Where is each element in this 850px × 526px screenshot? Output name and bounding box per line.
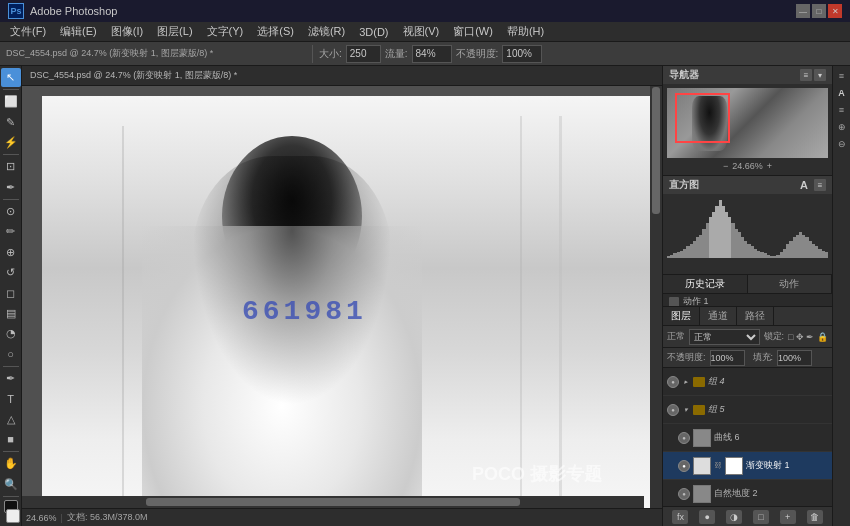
menu-text[interactable]: 文字(Y) [201, 22, 250, 41]
tool-eraser[interactable]: ◻ [1, 283, 21, 302]
navigator-header[interactable]: 导航器 ≡ ▾ [663, 66, 832, 84]
tool-hand[interactable]: ✋ [1, 454, 21, 473]
layer-fx-btn[interactable]: fx [672, 510, 688, 524]
layers-controls: 正常 正常 锁定: □ ✥ ✒ 🔒 [663, 326, 832, 348]
panel-toggle-3[interactable]: ≡ [834, 102, 850, 118]
tab-layers[interactable]: 图层 [663, 307, 700, 325]
fill-value-input[interactable] [777, 350, 812, 366]
navigator-menu-btn[interactable]: ≡ [800, 69, 812, 81]
brush-size-input[interactable] [346, 45, 381, 63]
horizontal-scrollbar[interactable] [22, 496, 644, 508]
tool-sep-6 [3, 496, 19, 497]
tool-blur[interactable]: ◔ [1, 324, 21, 343]
v-scroll-thumb[interactable] [652, 87, 660, 214]
layer-item[interactable]: ●▸组 4 [663, 368, 832, 396]
tool-brush[interactable]: ✏ [1, 222, 21, 241]
menu-image[interactable]: 图像(I) [105, 22, 149, 41]
tab-channels[interactable]: 通道 [700, 307, 737, 325]
navigator-thumbnail[interactable] [667, 88, 828, 158]
menu-select[interactable]: 选择(S) [251, 22, 300, 41]
tab-actions[interactable]: 动作 [748, 275, 833, 293]
tool-shape[interactable]: ■ [1, 430, 21, 449]
layer-group-btn[interactable]: □ [753, 510, 769, 524]
tool-gradient[interactable]: ▤ [1, 304, 21, 323]
title-text: Adobe Photoshop [30, 5, 117, 17]
panel-zoom-out[interactable]: ⊖ [834, 136, 850, 152]
layer-thumbnail [693, 485, 711, 503]
tool-lasso[interactable]: ✎ [1, 113, 21, 132]
menu-window[interactable]: 窗口(W) [447, 22, 499, 41]
layer-adjustment-btn[interactable]: ◑ [726, 510, 742, 524]
menu-file[interactable]: 文件(F) [4, 22, 52, 41]
opacity-value-input[interactable] [710, 350, 745, 366]
close-button[interactable]: ✕ [828, 4, 842, 18]
tool-dodge[interactable]: ○ [1, 344, 21, 363]
histogram-menu-btn[interactable]: ≡ [814, 179, 826, 191]
menu-help[interactable]: 帮助(H) [501, 22, 550, 41]
layer-expand-arrow[interactable]: ▸ [682, 378, 690, 386]
tool-marquee[interactable]: ⬜ [1, 92, 21, 111]
layer-visibility-toggle[interactable]: ● [678, 460, 690, 472]
menu-view[interactable]: 视图(V) [397, 22, 446, 41]
new-layer-btn[interactable]: + [780, 510, 796, 524]
layer-item[interactable]: ●曲线 6 [663, 424, 832, 452]
opacity-row-label: 不透明度: [667, 351, 706, 364]
layer-visibility-toggle[interactable]: ● [667, 376, 679, 388]
blend-mode-select[interactable]: 正常 [689, 329, 760, 345]
tool-wand[interactable]: ⚡ [1, 133, 21, 152]
zoom-out-icon[interactable]: − [723, 161, 728, 171]
ps-icon: Ps [8, 3, 24, 19]
layer-item[interactable]: ●⛓渐变映射 1 [663, 452, 832, 480]
panel-toggle-2[interactable]: A [834, 85, 850, 101]
tool-clone[interactable]: ⊕ [1, 243, 21, 262]
vertical-scrollbar[interactable] [650, 86, 662, 508]
delete-layer-btn[interactable]: 🗑 [807, 510, 823, 524]
layer-expand-arrow[interactable]: ▾ [682, 406, 690, 414]
layer-visibility-toggle[interactable]: ● [678, 432, 690, 444]
h-scroll-thumb[interactable] [146, 498, 519, 506]
zoom-in-icon[interactable]: + [767, 161, 772, 171]
panel-toggle-1[interactable]: ≡ [834, 68, 850, 84]
tool-move[interactable]: ↖ [1, 68, 21, 87]
layer-mask-thumbnail [725, 457, 743, 475]
canvas-content[interactable]: 661981 POCO 摄影专题 http://photo.poco.cn/ 实… [22, 86, 662, 526]
background-color[interactable] [6, 509, 20, 523]
layer-item[interactable]: ●自然地度 2 [663, 480, 832, 506]
history-list[interactable]: 动作 1脚片scharfauto1autoskin color1复制 当前 图层… [663, 294, 832, 306]
canvas-area: DSC_4554.psd @ 24.7% (新变映射 1, 图层蒙版/8) * [22, 66, 662, 526]
layer-chain-icon: ⛓ [714, 460, 722, 472]
tool-spot[interactable]: ⊙ [1, 202, 21, 221]
layer-mask-btn[interactable]: ● [699, 510, 715, 524]
opacity-input[interactable] [502, 45, 542, 63]
layers-list[interactable]: ●▸组 4●▾组 5●曲线 6●⛓渐变映射 1●自然地度 2●▾Dodge & … [663, 368, 832, 506]
menu-3d[interactable]: 3D(D) [353, 24, 394, 40]
maximize-button[interactable]: □ [812, 4, 826, 18]
flow-input[interactable] [412, 45, 452, 63]
minimize-button[interactable]: — [796, 4, 810, 18]
canvas-status-bar: 24.66% | 文档: 56.3M/378.0M [22, 508, 662, 526]
tab-paths[interactable]: 路径 [737, 307, 774, 325]
navigator-selection-box [675, 93, 730, 143]
menu-layer[interactable]: 图层(L) [151, 22, 198, 41]
tool-crop[interactable]: ⊡ [1, 157, 21, 176]
tool-zoom[interactable]: 🔍 [1, 474, 21, 493]
histogram-header[interactable]: 直方图 A ≡ [663, 176, 832, 194]
menu-edit[interactable]: 编辑(E) [54, 22, 103, 41]
layer-visibility-toggle[interactable]: ● [678, 488, 690, 500]
history-item[interactable]: 动作 1 [663, 294, 832, 306]
tab-history[interactable]: 历史记录 [663, 275, 748, 293]
tool-eyedrop[interactable]: ✒ [1, 178, 21, 197]
blend-mode-label: 正常 [667, 330, 685, 343]
window-controls[interactable]: — □ ✕ [796, 4, 842, 18]
navigator-collapse-btn[interactable]: ▾ [814, 69, 826, 81]
tool-text[interactable]: T [1, 389, 21, 408]
layer-visibility-toggle[interactable]: ● [667, 404, 679, 416]
tool-pen[interactable]: ✒ [1, 369, 21, 388]
figure-shadow [192, 156, 392, 406]
layer-item[interactable]: ●▾组 5 [663, 396, 832, 424]
tool-history[interactable]: ↺ [1, 263, 21, 282]
panel-zoom-in[interactable]: ⊕ [834, 119, 850, 135]
file-info: DSC_4554.psd @ 24.7% (新变映射 1, 图层蒙版/8) * [6, 47, 306, 60]
tool-path[interactable]: △ [1, 409, 21, 428]
menu-filter[interactable]: 滤镜(R) [302, 22, 351, 41]
